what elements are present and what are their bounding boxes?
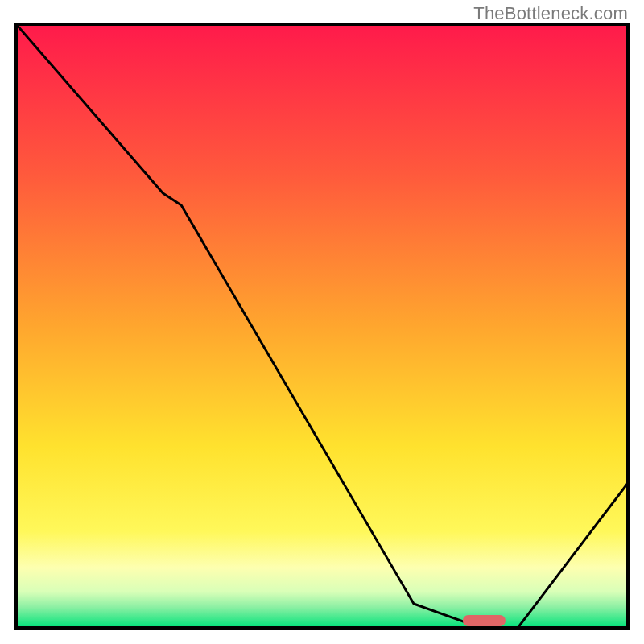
chart-gradient-bg xyxy=(16,24,628,628)
chart-container: TheBottleneck.com xyxy=(0,0,644,644)
watermark-text: TheBottleneck.com xyxy=(473,3,628,24)
optimum-marker xyxy=(463,615,506,626)
bottleneck-chart xyxy=(0,0,644,644)
